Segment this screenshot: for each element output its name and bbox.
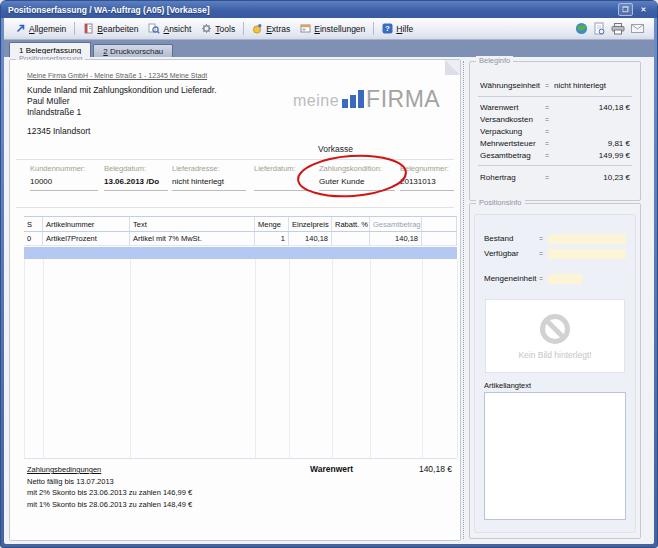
close-button[interactable]: ✕ xyxy=(637,4,650,15)
document-type: Vorkasse xyxy=(318,144,353,154)
beleginfo-row-mehrwertsteuer: Mehrwertsteuer = 9,81 € xyxy=(470,137,640,149)
menu-item-bearbeiten[interactable]: Bearbeiten xyxy=(78,21,143,36)
field-lieferdatum[interactable]: Lieferdatum: xyxy=(254,164,312,191)
payment-terms-line: mit 2% Skonto bis 23.06.2013 zu zahlen 1… xyxy=(27,487,192,499)
equals-sign: = xyxy=(540,82,554,89)
splitter-handle[interactable] xyxy=(463,61,464,539)
edit-icon xyxy=(83,23,94,34)
column-header[interactable] xyxy=(422,217,457,231)
cell-rabatt xyxy=(332,232,370,245)
beleginfo-row-waehrungseinheit: Währungseinheit = nicht hinterlegt xyxy=(470,78,640,92)
beleginfo-row-rohertrag: Rohertrag = 10,23 € xyxy=(470,170,640,184)
field-kundennummer[interactable]: Kundennummer: 10000 xyxy=(30,164,98,191)
row-value: 9,81 € xyxy=(554,139,630,148)
column-header[interactable]: Gesamtbetrag xyxy=(370,217,422,231)
beleginfo-row-verpackung: Verpackung = xyxy=(470,125,640,137)
menu-item-label: Tools xyxy=(215,24,235,34)
address-line: Kunde Inland mit Zahlungskondition und L… xyxy=(27,85,217,96)
row-value: 149,99 € xyxy=(554,151,630,160)
table-header-row: S Artikelnummer Text Menge Einzelpreis R… xyxy=(24,216,457,232)
empty-column xyxy=(333,259,371,458)
field-belegnummer[interactable]: Belegnummer: 20131013 xyxy=(400,164,454,191)
equals-sign: = xyxy=(540,116,554,123)
menu-separator xyxy=(243,22,244,35)
bestand-value-box xyxy=(548,234,626,244)
row-value: 140,18 € xyxy=(554,103,630,112)
empty-column xyxy=(131,259,256,458)
menu-separator xyxy=(74,22,75,35)
field-value[interactable]: 13.06.2013 /Do xyxy=(104,177,168,191)
column-header[interactable]: Text xyxy=(130,217,255,231)
no-image-text: Kein Bild hinterlegt! xyxy=(518,350,591,360)
empty-column xyxy=(371,259,423,458)
view-magnifier-icon xyxy=(148,23,160,34)
equals-sign: = xyxy=(540,128,554,135)
tab-druckvorschau[interactable]: 2 Druckvorschau xyxy=(93,44,173,57)
field-label: Lieferdatum: xyxy=(254,164,312,173)
menu-item-einstellungen[interactable]: Einstellungen xyxy=(295,21,370,36)
payment-terms-line: mit 1% Skonto bis 28.06.2013 zu zahlen 1… xyxy=(27,499,192,511)
menu-item-extras[interactable]: Extras xyxy=(247,21,295,36)
artikellangtext-textarea[interactable] xyxy=(484,392,626,520)
column-header[interactable]: S xyxy=(24,217,43,231)
positionsinfo-group: Positionsinfo Bestand = Verfügbar = xyxy=(469,203,641,539)
web-globe-icon[interactable] xyxy=(575,22,588,35)
menu-item-label: Extras xyxy=(266,24,290,34)
preview-document-icon[interactable] xyxy=(594,22,605,35)
field-value[interactable]: 10000 xyxy=(30,177,98,191)
payment-terms-heading: Zahlungsbedingungen xyxy=(27,464,192,476)
toolbar-right xyxy=(575,22,648,35)
cell-menge: 1 xyxy=(255,232,289,245)
company-logo: meine FIRMA xyxy=(293,90,440,108)
title-bar[interactable]: Positionserfassung / WA-Auftrag (A05) [V… xyxy=(1,1,657,18)
column-header[interactable]: Rabatt. % xyxy=(332,217,370,231)
field-value[interactable]: Guter Kunde xyxy=(319,177,395,191)
menu-item-tools[interactable]: Tools xyxy=(196,21,240,36)
positionserfassung-group: Positionserfassung Meine Firma GmbH - Me… xyxy=(9,59,461,541)
field-zahlungskondition[interactable]: Zahlungskondition: Guter Kunde xyxy=(319,164,395,191)
row-label: Gesamtbetrag xyxy=(480,151,540,160)
address-line: Paul Müller xyxy=(27,96,217,107)
arrow-up-right-icon xyxy=(15,23,26,34)
field-belegdatum[interactable]: Belegdatum: 13.06.2013 /Do xyxy=(104,164,168,191)
column-header[interactable]: Menge xyxy=(255,217,289,231)
print-icon[interactable] xyxy=(611,23,625,35)
menu-item-hilfe[interactable]: ? Hilfe xyxy=(377,21,418,36)
empty-column xyxy=(256,259,290,458)
row-value: nicht hinterlegt xyxy=(554,81,630,90)
help-icon: ? xyxy=(382,23,393,34)
extras-icon xyxy=(252,23,263,34)
positionsinfo-row-verfuegbar: Verfügbar = xyxy=(475,246,635,261)
mengeneinheit-value-box xyxy=(548,274,582,284)
selected-empty-row[interactable] xyxy=(24,247,457,259)
row-label: Verfügbar xyxy=(484,249,534,258)
column-header[interactable]: Einzelpreis xyxy=(289,217,332,231)
equals-sign: = xyxy=(534,235,548,242)
row-label: Rohertrag xyxy=(480,173,540,182)
total-value: 140,18 € xyxy=(372,464,452,474)
empty-column xyxy=(423,259,458,458)
field-value[interactable] xyxy=(254,177,312,191)
payment-terms-line: Netto fällig bis 13.07.2013 xyxy=(27,476,192,488)
column-header[interactable]: Artikelnummer xyxy=(43,217,130,231)
mail-icon[interactable] xyxy=(631,24,644,33)
field-lieferadresse[interactable]: Lieferadresse: nicht hinterlegt xyxy=(172,164,246,191)
content-area: Positionserfassung Meine Firma GmbH - Me… xyxy=(4,57,654,544)
menu-item-label: Allgemein xyxy=(29,24,66,34)
table-row[interactable]: 0 Artikel7Prozent Artikel mit 7% MwSt. 1… xyxy=(24,232,457,246)
maximize-button[interactable]: ❐ xyxy=(618,3,633,16)
field-value[interactable]: nicht hinterlegt xyxy=(172,177,246,191)
field-value[interactable]: 20131013 xyxy=(400,177,454,191)
menu-item-ansicht[interactable]: Ansicht xyxy=(143,21,196,36)
cell-extra xyxy=(422,232,457,245)
window-controls: ❐ ✕ xyxy=(618,3,650,16)
menu-item-allgemein[interactable]: Allgemein xyxy=(10,21,71,36)
customer-address: Kunde Inland mit Zahlungskondition und L… xyxy=(27,85,217,118)
menu-separator xyxy=(373,22,374,35)
positionsinfo-rows: Bestand = Verfügbar = Mengeneinheit = xyxy=(475,215,635,286)
logo-word-1: meine xyxy=(293,94,339,108)
beleginfo-group: Beleginfo Währungseinheit = nicht hinter… xyxy=(469,61,641,201)
empty-column xyxy=(290,259,333,458)
menu-item-label: Hilfe xyxy=(396,24,413,34)
beleginfo-row-gesamtbetrag: Gesamtbetrag = 149,99 € xyxy=(470,149,640,161)
